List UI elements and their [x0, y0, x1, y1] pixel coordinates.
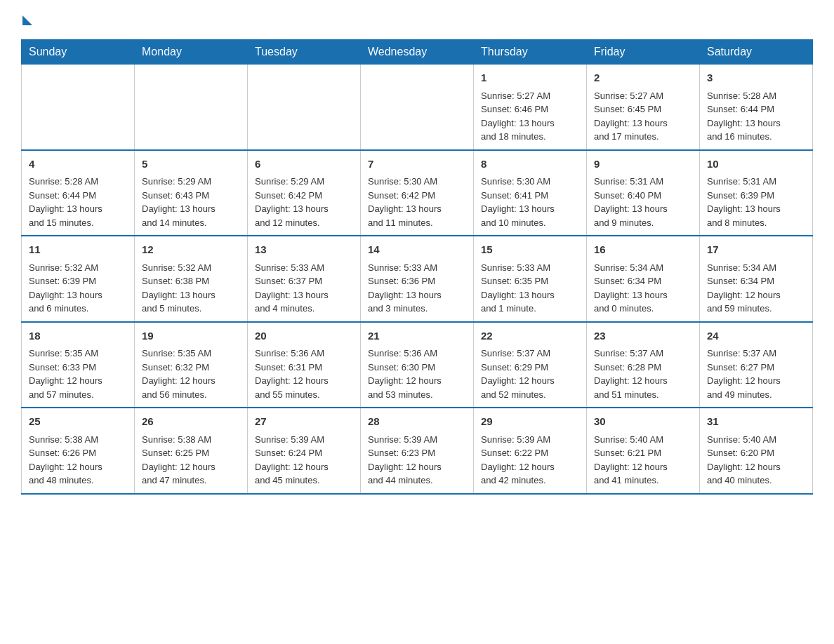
day-info: Sunrise: 5:33 AM Sunset: 6:37 PM Dayligh…: [255, 261, 353, 316]
calendar-cell: 20Sunrise: 5:36 AM Sunset: 6:31 PM Dayli…: [248, 322, 361, 408]
day-number: 26: [142, 414, 240, 430]
calendar-cell: 4Sunrise: 5:28 AM Sunset: 6:44 PM Daylig…: [22, 150, 135, 236]
calendar-cell: 17Sunrise: 5:34 AM Sunset: 6:34 PM Dayli…: [700, 236, 813, 322]
header-wednesday: Wednesday: [361, 40, 474, 65]
day-info: Sunrise: 5:32 AM Sunset: 6:38 PM Dayligh…: [142, 261, 240, 316]
day-info: Sunrise: 5:37 AM Sunset: 6:27 PM Dayligh…: [707, 347, 805, 401]
calendar-week-row: 18Sunrise: 5:35 AM Sunset: 6:33 PM Dayli…: [22, 322, 813, 408]
calendar-cell: 8Sunrise: 5:30 AM Sunset: 6:41 PM Daylig…: [474, 150, 587, 236]
calendar-cell: 7Sunrise: 5:30 AM Sunset: 6:42 PM Daylig…: [361, 150, 474, 236]
calendar-table: SundayMondayTuesdayWednesdayThursdayFrid…: [21, 39, 813, 495]
calendar-week-row: 25Sunrise: 5:38 AM Sunset: 6:26 PM Dayli…: [22, 408, 813, 494]
calendar-cell: 14Sunrise: 5:33 AM Sunset: 6:36 PM Dayli…: [361, 236, 474, 322]
calendar-cell: 3Sunrise: 5:28 AM Sunset: 6:44 PM Daylig…: [700, 65, 813, 150]
calendar-cell: 26Sunrise: 5:38 AM Sunset: 6:25 PM Dayli…: [135, 408, 248, 494]
day-info: Sunrise: 5:39 AM Sunset: 6:24 PM Dayligh…: [255, 433, 353, 488]
day-number: 8: [481, 156, 579, 173]
calendar-cell: [248, 65, 361, 150]
calendar-week-row: 1Sunrise: 5:27 AM Sunset: 6:46 PM Daylig…: [22, 65, 813, 150]
day-number: 31: [707, 414, 805, 430]
calendar-week-row: 11Sunrise: 5:32 AM Sunset: 6:39 PM Dayli…: [22, 236, 813, 322]
day-number: 29: [481, 414, 579, 430]
day-info: Sunrise: 5:37 AM Sunset: 6:29 PM Dayligh…: [481, 347, 579, 401]
calendar-week-row: 4Sunrise: 5:28 AM Sunset: 6:44 PM Daylig…: [22, 150, 813, 236]
day-number: 18: [29, 328, 127, 344]
day-number: 11: [29, 242, 127, 258]
day-info: Sunrise: 5:27 AM Sunset: 6:46 PM Dayligh…: [481, 89, 579, 144]
day-number: 15: [481, 242, 579, 258]
calendar-cell: 23Sunrise: 5:37 AM Sunset: 6:28 PM Dayli…: [587, 322, 700, 408]
day-number: 24: [707, 328, 805, 344]
calendar-cell: 29Sunrise: 5:39 AM Sunset: 6:22 PM Dayli…: [474, 408, 587, 494]
calendar-cell: 18Sunrise: 5:35 AM Sunset: 6:33 PM Dayli…: [22, 322, 135, 408]
logo: [21, 14, 32, 25]
calendar-cell: [135, 65, 248, 150]
day-info: Sunrise: 5:31 AM Sunset: 6:39 PM Dayligh…: [707, 175, 805, 229]
calendar-cell: 12Sunrise: 5:32 AM Sunset: 6:38 PM Dayli…: [135, 236, 248, 322]
calendar-cell: 21Sunrise: 5:36 AM Sunset: 6:30 PM Dayli…: [361, 322, 474, 408]
calendar-cell: 11Sunrise: 5:32 AM Sunset: 6:39 PM Dayli…: [22, 236, 135, 322]
day-info: Sunrise: 5:30 AM Sunset: 6:41 PM Dayligh…: [481, 175, 579, 229]
calendar-cell: 15Sunrise: 5:33 AM Sunset: 6:35 PM Dayli…: [474, 236, 587, 322]
day-number: 23: [594, 328, 692, 344]
calendar-cell: 5Sunrise: 5:29 AM Sunset: 6:43 PM Daylig…: [135, 150, 248, 236]
day-info: Sunrise: 5:33 AM Sunset: 6:35 PM Dayligh…: [481, 261, 579, 316]
day-info: Sunrise: 5:36 AM Sunset: 6:30 PM Dayligh…: [368, 347, 466, 401]
day-info: Sunrise: 5:39 AM Sunset: 6:22 PM Dayligh…: [481, 433, 579, 488]
day-number: 12: [142, 242, 240, 258]
day-number: 5: [142, 156, 240, 173]
calendar-cell: 13Sunrise: 5:33 AM Sunset: 6:37 PM Dayli…: [248, 236, 361, 322]
day-number: 19: [142, 328, 240, 344]
day-info: Sunrise: 5:39 AM Sunset: 6:23 PM Dayligh…: [368, 433, 466, 488]
day-info: Sunrise: 5:35 AM Sunset: 6:33 PM Dayligh…: [29, 347, 127, 401]
day-info: Sunrise: 5:28 AM Sunset: 6:44 PM Dayligh…: [29, 175, 127, 229]
calendar-cell: 9Sunrise: 5:31 AM Sunset: 6:40 PM Daylig…: [587, 150, 700, 236]
header-thursday: Thursday: [474, 40, 587, 65]
calendar-cell: 19Sunrise: 5:35 AM Sunset: 6:32 PM Dayli…: [135, 322, 248, 408]
day-info: Sunrise: 5:34 AM Sunset: 6:34 PM Dayligh…: [707, 261, 805, 316]
day-info: Sunrise: 5:28 AM Sunset: 6:44 PM Dayligh…: [707, 89, 805, 144]
day-number: 2: [594, 70, 692, 86]
calendar-cell: 24Sunrise: 5:37 AM Sunset: 6:27 PM Dayli…: [700, 322, 813, 408]
day-info: Sunrise: 5:38 AM Sunset: 6:26 PM Dayligh…: [29, 433, 127, 488]
calendar-cell: 10Sunrise: 5:31 AM Sunset: 6:39 PM Dayli…: [700, 150, 813, 236]
day-number: 1: [481, 70, 579, 86]
page-header: [21, 14, 813, 25]
calendar-header-row: SundayMondayTuesdayWednesdayThursdayFrid…: [22, 40, 813, 65]
day-info: Sunrise: 5:32 AM Sunset: 6:39 PM Dayligh…: [29, 261, 127, 316]
day-number: 4: [29, 156, 127, 173]
day-number: 25: [29, 414, 127, 430]
day-info: Sunrise: 5:33 AM Sunset: 6:36 PM Dayligh…: [368, 261, 466, 316]
day-number: 7: [368, 156, 466, 173]
day-info: Sunrise: 5:30 AM Sunset: 6:42 PM Dayligh…: [368, 175, 466, 229]
calendar-cell: [361, 65, 474, 150]
header-saturday: Saturday: [700, 40, 813, 65]
day-number: 20: [255, 328, 353, 344]
calendar-cell: 25Sunrise: 5:38 AM Sunset: 6:26 PM Dayli…: [22, 408, 135, 494]
day-number: 27: [255, 414, 353, 430]
day-number: 10: [707, 156, 805, 173]
calendar-cell: 27Sunrise: 5:39 AM Sunset: 6:24 PM Dayli…: [248, 408, 361, 494]
day-number: 30: [594, 414, 692, 430]
calendar-cell: 16Sunrise: 5:34 AM Sunset: 6:34 PM Dayli…: [587, 236, 700, 322]
header-friday: Friday: [587, 40, 700, 65]
day-number: 16: [594, 242, 692, 258]
calendar-cell: 2Sunrise: 5:27 AM Sunset: 6:45 PM Daylig…: [587, 65, 700, 150]
day-info: Sunrise: 5:31 AM Sunset: 6:40 PM Dayligh…: [594, 175, 692, 229]
calendar-cell: 6Sunrise: 5:29 AM Sunset: 6:42 PM Daylig…: [248, 150, 361, 236]
day-info: Sunrise: 5:27 AM Sunset: 6:45 PM Dayligh…: [594, 89, 692, 144]
day-info: Sunrise: 5:29 AM Sunset: 6:42 PM Dayligh…: [255, 175, 353, 229]
day-number: 17: [707, 242, 805, 258]
day-number: 13: [255, 242, 353, 258]
calendar-cell: [22, 65, 135, 150]
day-info: Sunrise: 5:36 AM Sunset: 6:31 PM Dayligh…: [255, 347, 353, 401]
day-number: 28: [368, 414, 466, 430]
day-number: 22: [481, 328, 579, 344]
day-info: Sunrise: 5:37 AM Sunset: 6:28 PM Dayligh…: [594, 347, 692, 401]
day-info: Sunrise: 5:34 AM Sunset: 6:34 PM Dayligh…: [594, 261, 692, 316]
calendar-cell: 1Sunrise: 5:27 AM Sunset: 6:46 PM Daylig…: [474, 65, 587, 150]
day-info: Sunrise: 5:40 AM Sunset: 6:20 PM Dayligh…: [707, 433, 805, 488]
day-number: 6: [255, 156, 353, 173]
header-sunday: Sunday: [22, 40, 135, 65]
calendar-cell: 28Sunrise: 5:39 AM Sunset: 6:23 PM Dayli…: [361, 408, 474, 494]
